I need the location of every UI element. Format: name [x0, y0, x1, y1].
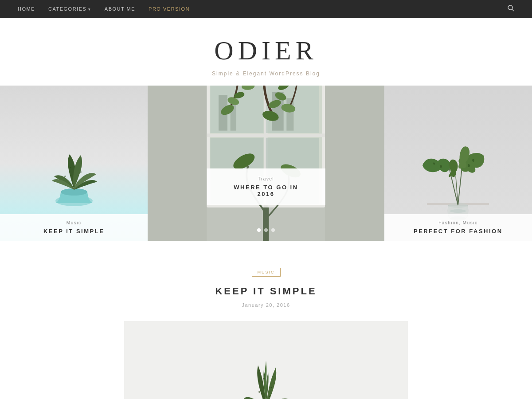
nav-links: HOME CATEGORIES ABOUT ME PRO VERSION: [18, 6, 190, 12]
cactus-plant-icon: [39, 114, 110, 212]
slide-center[interactable]: Travel WHERE TO GO IN 2016: [148, 86, 384, 241]
blog-cactus-icon: [124, 321, 408, 399]
slide-right[interactable]: Fashion, Music PERFECT FOR FASHION: [384, 86, 532, 241]
svg-point-43: [271, 387, 272, 388]
slide-center-category: Travel: [225, 176, 308, 181]
slide-right-title: PERFECT FOR FASHION: [393, 228, 523, 235]
nav-about[interactable]: ABOUT ME: [105, 6, 135, 12]
svg-point-6: [70, 167, 71, 168]
featured-slider: Music KEEP IT SIMPLE: [0, 86, 532, 241]
search-icon[interactable]: [507, 4, 514, 13]
slide-left[interactable]: Music KEEP IT SIMPLE: [0, 86, 148, 241]
dot-3[interactable]: [271, 228, 275, 232]
slider-dots: [257, 228, 275, 232]
slide-right-category: Fashion, Music: [393, 220, 523, 225]
slide-left-category: Music: [9, 220, 139, 225]
blog-date: January 20, 2016: [120, 302, 412, 308]
svg-point-37: [450, 209, 466, 213]
blog-section: MUSIC KEEP IT SIMPLE January 20, 2016: [111, 267, 421, 399]
slide-left-title: KEEP IT SIMPLE: [9, 228, 139, 235]
navigation: HOME CATEGORIES ABOUT ME PRO VERSION: [0, 0, 532, 18]
window-plant-scene-icon: [148, 86, 384, 241]
dot-2[interactable]: [264, 228, 268, 232]
blog-featured-image: [124, 321, 408, 399]
nav-pro[interactable]: PRO VERSION: [149, 6, 190, 12]
monstera-plant-icon: [414, 97, 502, 230]
slide-center-card: Travel WHERE TO GO IN 2016: [207, 168, 325, 205]
svg-point-5: [80, 171, 82, 173]
site-subtitle: Simple & Elegant WordPress Blog: [9, 70, 523, 77]
svg-rect-19: [287, 98, 294, 130]
svg-point-4: [64, 176, 66, 177]
svg-point-42: [258, 391, 260, 393]
slide-center-title: WHERE TO GO IN 2016: [225, 184, 308, 197]
blog-category-badge[interactable]: MUSIC: [252, 268, 281, 277]
svg-point-0: [508, 5, 512, 10]
svg-rect-33: [325, 86, 384, 241]
slide-right-card: Fashion, Music PERFECT FOR FASHION: [384, 214, 532, 241]
slide-left-card: Music KEEP IT SIMPLE: [0, 214, 148, 241]
dot-1[interactable]: [257, 228, 261, 232]
site-header: ODIER Simple & Elegant WordPress Blog: [0, 18, 532, 86]
svg-rect-32: [148, 86, 207, 241]
nav-home[interactable]: HOME: [18, 6, 35, 12]
blog-title: KEEP IT SIMPLE: [120, 286, 412, 297]
svg-point-44: [263, 378, 265, 379]
svg-line-1: [512, 9, 514, 11]
svg-point-45: [269, 396, 270, 397]
svg-rect-12: [211, 86, 264, 133]
nav-categories[interactable]: CATEGORIES: [48, 6, 91, 12]
site-title: ODIER: [9, 35, 523, 66]
